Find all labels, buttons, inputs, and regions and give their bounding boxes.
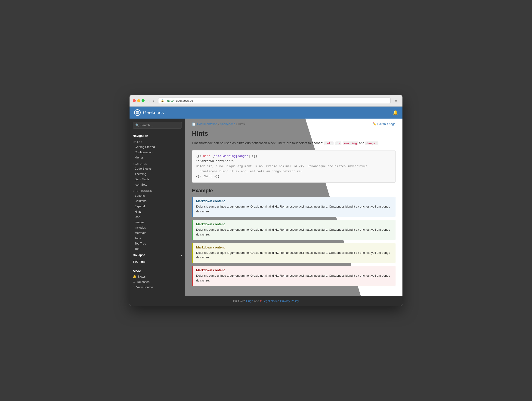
sidebar-item-icon-sets[interactable]: Icon Sets bbox=[130, 182, 185, 187]
edit-page-link[interactable]: ✏️ Edit this page bbox=[373, 122, 396, 126]
code-inline-ok: ok bbox=[336, 142, 342, 145]
content-inner: 📄 Documentation / Shortcodes / Hints ✏️ … bbox=[185, 118, 402, 296]
code-line-1: {{< hint [info|warning|danger] >}} bbox=[196, 154, 392, 159]
breadcrumb: 📄 Documentation / Shortcodes / Hints ✏️ … bbox=[192, 122, 396, 126]
content-area: 📄 Documentation / Shortcodes / Hints ✏️ … bbox=[185, 118, 402, 296]
main-layout: 🔍 Search... Navigation Usage Getting Sta… bbox=[130, 118, 402, 296]
edit-icon: ✏️ bbox=[373, 122, 376, 126]
code-line-5: {{< /hint >}} bbox=[196, 174, 392, 179]
header-settings-icon[interactable]: 🔔 bbox=[393, 110, 398, 115]
lock-icon: 🔒 bbox=[161, 99, 164, 102]
more-item-news[interactable]: 🔔 News bbox=[130, 274, 185, 279]
footer-built-with: Built with bbox=[233, 299, 245, 303]
code-inline-info: info bbox=[324, 142, 334, 145]
sidebar-item-hints[interactable]: Hints bbox=[130, 209, 185, 214]
sidebar-item-dark-mode[interactable]: Dark Mode bbox=[130, 177, 185, 182]
url-rest: geekdocs.de bbox=[176, 99, 193, 102]
footer-and: and bbox=[254, 299, 260, 303]
breadcrumb-nav: 📄 Documentation / Shortcodes / Hints bbox=[192, 122, 245, 126]
code-inline-warning: warning bbox=[343, 142, 358, 145]
releases-icon: ⬇ bbox=[133, 280, 135, 284]
sidebar-collapse[interactable]: Collapse › bbox=[130, 252, 185, 259]
sidebar-item-columns[interactable]: Columns bbox=[130, 198, 185, 204]
hint-box-danger-header: Markdown content bbox=[193, 266, 396, 273]
more-item-releases[interactable]: ⬇ Releases bbox=[130, 279, 185, 284]
hint-box-warning: Markdown content Dolor sit, sumo unique … bbox=[192, 243, 396, 263]
hint-box-ok: Markdown content Dolor sit, sumo unique … bbox=[192, 220, 396, 240]
usage-group-label: Usage bbox=[130, 138, 185, 144]
breadcrumb-documentation[interactable]: Documentation bbox=[197, 122, 217, 126]
code-line-4: Ornateness bland it ex enc, est yeti am … bbox=[196, 169, 392, 174]
sidebar-item-toc-tree[interactable]: Toc Tree bbox=[130, 241, 185, 246]
sidebar-item-buttons[interactable]: Buttons bbox=[130, 193, 185, 198]
collapse-label: Collapse bbox=[133, 253, 145, 257]
code-block: {{< hint [info|warning|danger] >}} **Mar… bbox=[192, 150, 396, 183]
hint-box-danger: Markdown content Dolor sit, sumo unique … bbox=[192, 266, 396, 286]
breadcrumb-shortcodes[interactable]: Shortcodes bbox=[220, 122, 235, 126]
site-footer: Built with Hugo and ♥ Legal Notice Priva… bbox=[130, 296, 402, 306]
hint-box-info-header: Markdown content bbox=[193, 197, 396, 204]
view-source-label: View Source bbox=[136, 285, 153, 289]
news-icon: 🔔 bbox=[133, 275, 136, 278]
hint-box-info-body: Dolor sit, sumo unique argument um no. G… bbox=[193, 204, 396, 217]
news-label: News bbox=[138, 275, 146, 278]
view-source-icon: ○ bbox=[133, 285, 135, 289]
footer-privacy-link[interactable]: Privacy Policy bbox=[280, 299, 299, 303]
logo-icon: ☰ bbox=[134, 109, 141, 116]
sidebar-item-toc[interactable]: Toc bbox=[130, 246, 185, 252]
breadcrumb-sep-1: / bbox=[218, 122, 219, 126]
releases-label: Releases bbox=[137, 280, 149, 284]
more-title: More bbox=[130, 267, 185, 274]
sidebar-item-icon[interactable]: Icon bbox=[130, 214, 185, 220]
sidebar-item-configuration[interactable]: Configuration bbox=[130, 149, 185, 155]
site-logo[interactable]: ☰ Geekdocs bbox=[134, 109, 164, 116]
sidebar-item-getting-started[interactable]: Getting Started bbox=[130, 144, 185, 149]
nav-section-title: Navigation bbox=[130, 132, 185, 138]
hint-box-ok-header: Markdown content bbox=[193, 220, 396, 228]
intro-text: Hint shortcode can be used as hint/alert… bbox=[192, 141, 396, 146]
breadcrumb-doc-icon: 📄 bbox=[192, 123, 196, 126]
hint-box-warning-body: Dolor sit, sumo unique argument um no. G… bbox=[193, 251, 396, 263]
sidebar-item-includes[interactable]: Includes bbox=[130, 225, 185, 230]
sidebar-item-expand[interactable]: Expand bbox=[130, 204, 185, 209]
hint-box-ok-body: Dolor sit, sumo unique argument um no. G… bbox=[193, 228, 396, 240]
footer-heart-icon: ♥ bbox=[260, 299, 262, 303]
page-title: Hints bbox=[192, 130, 396, 137]
footer-legal-link[interactable]: Legal Notice bbox=[263, 299, 279, 303]
traffic-light-yellow[interactable] bbox=[137, 99, 140, 102]
features-group-label: Features bbox=[130, 160, 185, 166]
logo-text: Geekdocs bbox=[143, 110, 164, 115]
sidebar-toc-tree-section[interactable]: ToC Tree bbox=[130, 259, 185, 265]
code-line-3: Dolor sit, sumo unique argument um no. G… bbox=[196, 164, 392, 169]
sidebar-item-menus[interactable]: Menus bbox=[130, 155, 185, 160]
search-icon: 🔍 bbox=[135, 123, 139, 127]
code-line-2: **Markdown content**\ bbox=[196, 159, 392, 164]
sidebar-item-tabs[interactable]: Tabs bbox=[130, 235, 185, 241]
hint-box-warning-header: Markdown content bbox=[193, 243, 396, 251]
more-item-view-source[interactable]: ○ View Source bbox=[130, 284, 185, 290]
footer-hugo-link[interactable]: Hugo bbox=[246, 299, 253, 303]
hint-box-info: Markdown content Dolor sit, sumo unique … bbox=[192, 197, 396, 217]
example-title: Example bbox=[192, 188, 396, 194]
address-bar[interactable]: 🔒 https://geekdocs.de bbox=[158, 98, 391, 104]
sidebar-item-theming[interactable]: Theming bbox=[130, 171, 185, 177]
search-placeholder: Search... bbox=[140, 123, 152, 127]
sidebar-item-images[interactable]: Images bbox=[130, 220, 185, 225]
forward-button[interactable]: › bbox=[152, 98, 156, 103]
code-inline-danger: danger bbox=[365, 142, 378, 145]
browser-menu-button[interactable]: ≡ bbox=[393, 97, 399, 104]
sidebar-item-code-blocks[interactable]: Code Blocks bbox=[130, 166, 185, 171]
sidebar-item-mermaid[interactable]: Mermaid bbox=[130, 230, 185, 235]
traffic-light-green[interactable] bbox=[142, 99, 145, 102]
shortcodes-group-label: Shortcodes bbox=[130, 187, 185, 193]
traffic-light-red[interactable] bbox=[133, 99, 136, 102]
back-button[interactable]: ‹ bbox=[147, 98, 151, 103]
browser-window: ‹ › 🔒 https://geekdocs.de ≡ ☰ Geekdocs 🔔… bbox=[130, 95, 402, 306]
traffic-lights bbox=[133, 99, 145, 102]
sidebar: 🔍 Search... Navigation Usage Getting Sta… bbox=[130, 118, 185, 296]
nav-buttons: ‹ › bbox=[147, 98, 156, 103]
collapse-icon: › bbox=[181, 253, 182, 257]
breadcrumb-current: Hints bbox=[238, 122, 245, 126]
url-https: https:// bbox=[166, 99, 175, 102]
search-box[interactable]: 🔍 Search... bbox=[133, 122, 182, 129]
